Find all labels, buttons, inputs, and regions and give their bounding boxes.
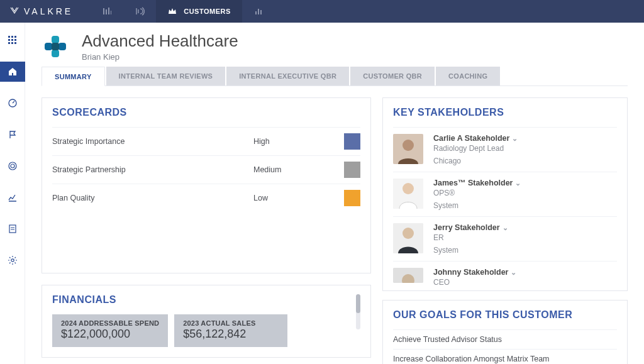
- svg-point-13: [11, 259, 13, 262]
- svg-rect-1: [11, 36, 13, 38]
- chart-icon: [253, 6, 264, 16]
- svg-rect-0: [8, 36, 10, 38]
- scorecard-swatch: [344, 133, 360, 150]
- tab-customer-qbr[interactable]: CUSTOMER QBR: [350, 67, 435, 85]
- goals-title: OUR GOALS FOR THIS CUSTOMER: [393, 309, 617, 321]
- tabs: SUMMARY INTERNAL TEAM REVIEWS INTERNAL E…: [42, 67, 628, 86]
- stakeholder-row[interactable]: Jerry Stakeholder⌄ ER System: [393, 216, 617, 261]
- valkre-mark-icon: [9, 6, 20, 17]
- pin-icon[interactable]: ⌄: [511, 268, 516, 276]
- rail-target[interactable]: [0, 156, 25, 176]
- topnav-item-1[interactable]: [91, 0, 123, 23]
- scorecard-name: Strategic Importance: [52, 137, 253, 146]
- svg-rect-16: [45, 43, 52, 50]
- top-bar: VALKRE CUSTOMERS: [0, 0, 644, 23]
- grid-icon: [8, 35, 18, 45]
- svg-rect-3: [8, 39, 10, 41]
- goals-card: OUR GOALS FOR THIS CUSTOMER Achieve Trus…: [382, 300, 628, 364]
- customer-owner: Brian Kiep: [82, 52, 238, 62]
- stakeholder-location: System: [433, 201, 521, 210]
- svg-point-20: [402, 140, 414, 151]
- scorecard-value: Low: [253, 194, 344, 202]
- left-rail: [0, 23, 25, 364]
- topnav-item-customers[interactable]: CUSTOMERS: [156, 0, 242, 23]
- stakeholder-name: Jerry Stakeholder: [433, 223, 500, 232]
- avatar: [393, 268, 423, 283]
- scorecard-value: Medium: [253, 165, 344, 174]
- report-icon: [8, 224, 18, 234]
- scorecard-row: Strategic Partnership Medium: [52, 155, 360, 184]
- pin-icon[interactable]: ⌄: [512, 135, 518, 142]
- stakeholders-card: KEY STAKEHOLDERS Carlie A Stakeholder⌄ R…: [382, 97, 628, 291]
- rail-flag[interactable]: [0, 124, 25, 145]
- crown-icon: [167, 6, 177, 16]
- brand-logo: VALKRE: [9, 6, 73, 17]
- brand-text: VALKRE: [24, 6, 73, 16]
- broadcast-icon: [135, 6, 145, 16]
- customer-name: Advanced Healthcare: [82, 31, 238, 51]
- rail-apps[interactable]: [0, 30, 25, 50]
- scorecards-title: SCORECARDS: [52, 107, 360, 118]
- financial-label: 2023 ACTUAL SALES: [183, 319, 279, 327]
- goal-item: Increase Collaboration Amongst Matrix Te…: [393, 349, 617, 364]
- stakeholder-row[interactable]: James™ Stakeholder⌄ OPS® System: [393, 172, 617, 216]
- avatar: [393, 179, 423, 209]
- scorecard-row: Plan Quality Low: [52, 184, 360, 212]
- svg-rect-6: [8, 42, 10, 44]
- stakeholder-role: OPS®: [433, 189, 521, 197]
- financial-value: $56,122,842: [183, 328, 279, 341]
- stakeholder-location: System: [433, 246, 508, 255]
- stakeholder-role: ER: [433, 233, 508, 242]
- target-icon: [8, 161, 18, 171]
- svg-rect-12: [9, 225, 16, 233]
- stakeholder-row[interactable]: Johnny Stakeholder⌄ CEO: [393, 261, 617, 288]
- financial-tile: 2024 ADDRESSABLE SPEND $122,000,000: [52, 314, 168, 347]
- stakeholder-location: Chicago: [433, 157, 518, 165]
- top-nav: CUSTOMERS: [91, 0, 275, 23]
- scorecard-value: High: [253, 137, 344, 146]
- pin-icon[interactable]: ⌄: [502, 224, 508, 231]
- tab-internal-team-reviews[interactable]: INTERNAL TEAM REVIEWS: [106, 67, 226, 85]
- svg-point-10: [9, 162, 16, 170]
- rail-analytics[interactable]: [0, 187, 25, 207]
- scorecard-swatch: [344, 190, 360, 206]
- svg-rect-2: [14, 36, 16, 38]
- analytics-icon: [8, 192, 18, 202]
- financial-value: $122,000,000: [61, 328, 159, 341]
- svg-rect-14: [52, 36, 59, 43]
- topnav-item-2[interactable]: [123, 0, 156, 23]
- stakeholder-row[interactable]: Carlie A Stakeholder⌄ Radiology Dept Lea…: [393, 127, 617, 172]
- gauge-icon: [8, 98, 18, 108]
- tab-summary[interactable]: SUMMARY: [42, 67, 105, 86]
- rail-settings[interactable]: [0, 250, 25, 270]
- svg-point-11: [11, 164, 14, 168]
- rail-report[interactable]: [0, 219, 25, 239]
- svg-rect-8: [14, 42, 16, 44]
- stakeholder-name: Johnny Stakeholder: [433, 268, 508, 277]
- scorecard-swatch: [344, 162, 360, 178]
- stakeholders-title: KEY STAKEHOLDERS: [393, 107, 617, 118]
- svg-rect-4: [11, 39, 13, 41]
- financials-scrollbar[interactable]: [356, 294, 360, 329]
- svg-rect-5: [14, 39, 16, 41]
- tab-coaching[interactable]: COACHING: [436, 67, 500, 85]
- stakeholder-name: Carlie A Stakeholder: [433, 134, 509, 143]
- pin-icon[interactable]: ⌄: [515, 179, 521, 187]
- scorecard-name: Strategic Partnership: [52, 165, 253, 174]
- tab-internal-executive-qbr[interactable]: INTERNAL EXECUTIVE QBR: [226, 67, 349, 85]
- avatar: [393, 223, 423, 253]
- stakeholder-name: James™ Stakeholder: [433, 179, 513, 187]
- svg-point-22: [402, 183, 414, 194]
- financial-tile: 2023 ACTUAL SALES $56,122,842: [174, 314, 287, 347]
- svg-point-24: [402, 228, 414, 239]
- stakeholder-role: Radiology Dept Lead: [433, 144, 518, 153]
- home-icon: [8, 67, 18, 77]
- svg-rect-7: [11, 42, 13, 44]
- gear-icon: [8, 255, 18, 265]
- scorecard-row: Strategic Importance High: [52, 127, 360, 155]
- svg-rect-15: [52, 50, 59, 57]
- avatar: [393, 134, 423, 164]
- rail-home[interactable]: [0, 62, 25, 82]
- topnav-item-4[interactable]: [242, 0, 275, 23]
- rail-gauge[interactable]: [0, 93, 25, 113]
